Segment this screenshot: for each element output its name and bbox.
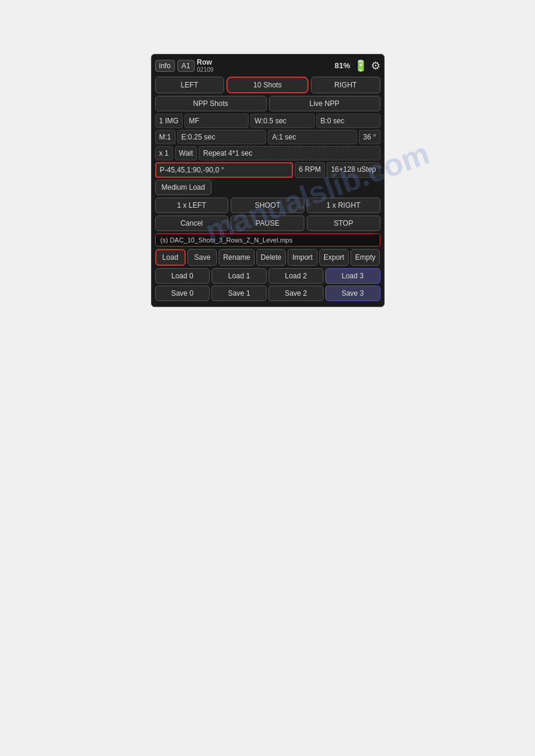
param-ustep[interactable]: 16+128 uStep: [327, 162, 380, 178]
action-row-1: 1 x LEFT SHOOT 1 x RIGHT: [155, 198, 380, 213]
npp-row: NPP Shots Live NPP: [155, 96, 380, 111]
live-npp-button[interactable]: Live NPP: [269, 96, 380, 111]
empty-button[interactable]: Empty: [350, 249, 380, 266]
main-panel: manualslib.com info A1 Row 02109 81% 🔋 ⚙…: [151, 54, 385, 307]
pause-button[interactable]: PAUSE: [231, 215, 304, 231]
one-x-right-button[interactable]: 1 x RIGHT: [307, 198, 380, 213]
a1-label: A1: [177, 60, 195, 72]
export-button[interactable]: Export: [319, 249, 349, 266]
save2-button[interactable]: Save 2: [268, 286, 324, 301]
load2-button[interactable]: Load 2: [268, 268, 324, 284]
param-e[interactable]: E:0.25 sec: [177, 130, 267, 144]
save1-button[interactable]: Save 1: [211, 286, 267, 301]
param-row-1: 1 IMG MF W:0.5 sec B:0 sec: [155, 114, 380, 128]
param-mf[interactable]: MF: [185, 114, 249, 128]
left-shots-right-row: LEFT 10 Shots RIGHT: [155, 77, 380, 93]
row-sub: 02109: [197, 66, 214, 73]
param-row-2: M:1 E:0.25 sec A:1 sec 36 °: [155, 130, 380, 144]
param-row-4: P-45,45,1:90,-90,0 ° 6 RPM 16+128 uStep: [155, 162, 380, 178]
param-wait[interactable]: Wait: [175, 146, 198, 160]
param-img[interactable]: 1 IMG: [155, 114, 183, 128]
param-b[interactable]: B:0 sec: [316, 114, 380, 128]
battery-percent: 81%: [334, 61, 350, 70]
param-repeat[interactable]: Repeat 4*1 sec: [199, 146, 380, 160]
param-rpm[interactable]: 6 RPM: [295, 162, 325, 178]
param-w[interactable]: W:0.5 sec: [250, 114, 315, 128]
delete-button[interactable]: Delete: [256, 249, 286, 266]
param-x1[interactable]: x 1: [155, 146, 173, 160]
shoot-button[interactable]: SHOOT: [231, 198, 304, 213]
row-label-block: Row 02109: [197, 58, 214, 73]
row-label: Row: [197, 58, 212, 66]
battery-icon: 🔋: [354, 59, 367, 72]
load0-button[interactable]: Load 0: [155, 268, 210, 284]
import-button[interactable]: Import: [288, 249, 317, 266]
npp-shots-button[interactable]: NPP Shots: [155, 96, 267, 111]
save-button[interactable]: Save: [188, 249, 217, 266]
param-m[interactable]: M:1: [155, 130, 176, 144]
medium-load-button[interactable]: Medium Load: [155, 180, 212, 195]
right-button[interactable]: RIGHT: [311, 77, 380, 93]
filename-box: (s) DAC_10_Shots_3_Rows_Z_N_Level.mps: [155, 233, 380, 247]
quick-load-row: Load 0 Load 1 Load 2 Load 3: [155, 268, 380, 284]
param-row-3: x 1 Wait Repeat 4*1 sec: [155, 146, 380, 160]
settings-icon[interactable]: ⚙: [371, 59, 380, 72]
load1-button[interactable]: Load 1: [211, 268, 267, 284]
file-btn-row: Load Save Rename Delete Import Export Em…: [155, 249, 380, 266]
cancel-button[interactable]: Cancel: [155, 215, 229, 231]
header-row: info A1 Row 02109 81% 🔋 ⚙: [155, 58, 380, 73]
left-button[interactable]: LEFT: [155, 77, 225, 93]
rename-button[interactable]: Rename: [219, 249, 254, 266]
info-button[interactable]: info: [155, 60, 175, 72]
param-a[interactable]: A:1 sec: [268, 130, 357, 144]
param-deg[interactable]: 36 °: [359, 130, 380, 144]
medium-load-row: Medium Load: [155, 180, 380, 195]
stop-button[interactable]: STOP: [307, 215, 380, 231]
load-button[interactable]: Load: [155, 249, 186, 266]
one-x-left-button[interactable]: 1 x LEFT: [155, 198, 229, 213]
save3-button[interactable]: Save 3: [325, 286, 380, 301]
save0-button[interactable]: Save 0: [155, 286, 210, 301]
action-row-2: Cancel PAUSE STOP: [155, 215, 380, 231]
param-p-val[interactable]: P-45,45,1:90,-90,0 °: [155, 162, 293, 178]
shots-button[interactable]: 10 Shots: [226, 77, 309, 93]
load3-button[interactable]: Load 3: [325, 268, 380, 284]
quick-save-row: Save 0 Save 1 Save 2 Save 3: [155, 286, 380, 301]
